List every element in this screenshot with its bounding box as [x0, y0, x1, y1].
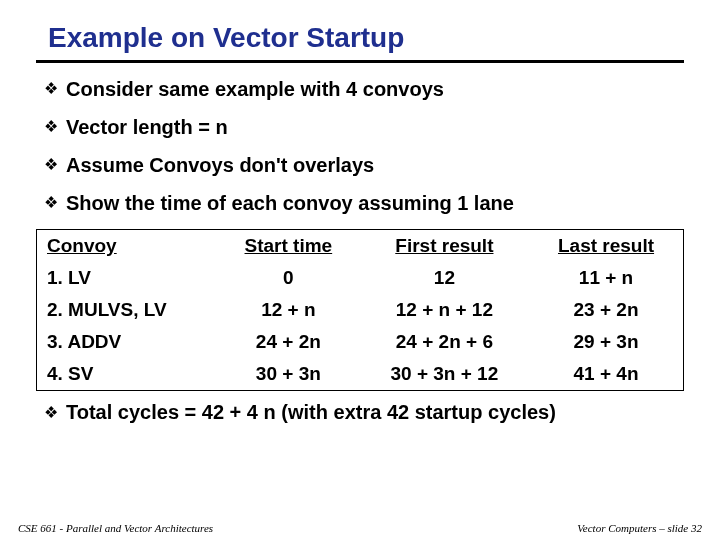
table-row: 4. SV 30 + 3n 30 + 3n + 12 41 + 4n	[37, 358, 683, 390]
cell: 1. LV	[37, 262, 217, 294]
col-start-time: Start time	[217, 230, 360, 262]
bullet-list: ❖ Consider same example with 4 convoys ❖…	[44, 77, 684, 215]
slide-footer: CSE 661 - Parallel and Vector Architectu…	[0, 522, 720, 534]
diamond-icon: ❖	[44, 153, 58, 177]
cell: 12 + n	[217, 294, 360, 326]
slide-title: Example on Vector Startup	[48, 22, 684, 54]
diamond-icon: ❖	[44, 191, 58, 215]
col-convoy: Convoy	[37, 230, 217, 262]
diamond-icon: ❖	[44, 401, 58, 425]
summary-text: Total cycles = 42 + 4 n (with extra 42 s…	[66, 401, 556, 424]
cell: 12 + n + 12	[360, 294, 529, 326]
cell: 30 + 3n	[217, 358, 360, 390]
bullet-item: ❖ Vector length = n	[44, 115, 684, 139]
footer-left: CSE 661 - Parallel and Vector Architectu…	[18, 522, 213, 534]
cell: 12	[360, 262, 529, 294]
bullet-text: Assume Convoys don't overlays	[66, 153, 374, 177]
convoy-table: Convoy Start time First result Last resu…	[36, 229, 684, 391]
cell: 11 + n	[529, 262, 683, 294]
bullet-item: ❖ Assume Convoys don't overlays	[44, 153, 684, 177]
bullet-text: Consider same example with 4 convoys	[66, 77, 444, 101]
bullet-text: Vector length = n	[66, 115, 228, 139]
slide: Example on Vector Startup ❖ Consider sam…	[0, 0, 720, 540]
col-last-result: Last result	[529, 230, 683, 262]
bullet-item: ❖ Consider same example with 4 convoys	[44, 77, 684, 101]
cell: 0	[217, 262, 360, 294]
cell: 4. SV	[37, 358, 217, 390]
summary-bullet: ❖ Total cycles = 42 + 4 n (with extra 42…	[44, 401, 684, 425]
title-rule	[36, 60, 684, 63]
cell: 30 + 3n + 12	[360, 358, 529, 390]
diamond-icon: ❖	[44, 77, 58, 101]
table-row: 1. LV 0 12 11 + n	[37, 262, 683, 294]
col-first-result: First result	[360, 230, 529, 262]
diamond-icon: ❖	[44, 115, 58, 139]
table: Convoy Start time First result Last resu…	[37, 230, 683, 390]
cell: 24 + 2n + 6	[360, 326, 529, 358]
cell: 3. ADDV	[37, 326, 217, 358]
cell: 23 + 2n	[529, 294, 683, 326]
bullet-item: ❖ Show the time of each convoy assuming …	[44, 191, 684, 215]
cell: 2. MULVS, LV	[37, 294, 217, 326]
bullet-text: Show the time of each convoy assuming 1 …	[66, 191, 514, 215]
cell: 24 + 2n	[217, 326, 360, 358]
footer-right: Vector Computers – slide 32	[577, 522, 702, 534]
table-row: 3. ADDV 24 + 2n 24 + 2n + 6 29 + 3n	[37, 326, 683, 358]
table-row: 2. MULVS, LV 12 + n 12 + n + 12 23 + 2n	[37, 294, 683, 326]
table-header-row: Convoy Start time First result Last resu…	[37, 230, 683, 262]
cell: 29 + 3n	[529, 326, 683, 358]
cell: 41 + 4n	[529, 358, 683, 390]
